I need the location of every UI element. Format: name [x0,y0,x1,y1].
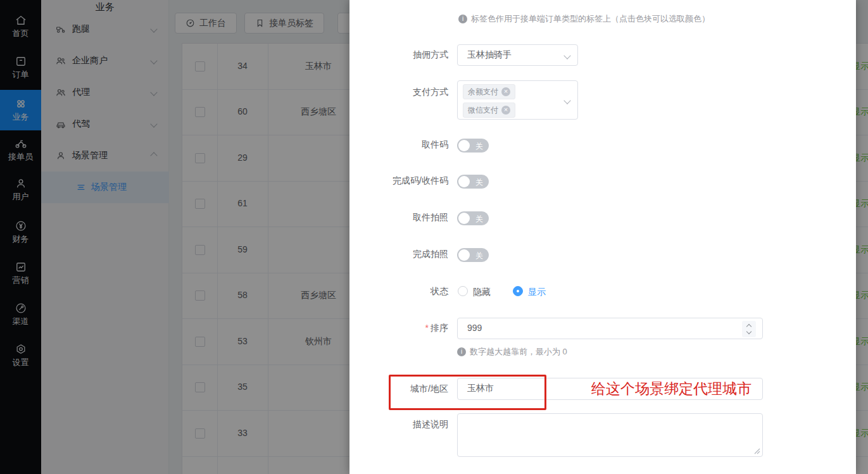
radio-icon [458,286,468,296]
payment-label: 支付方式 [349,87,448,98]
close-icon[interactable]: × [501,106,510,115]
toggle-state-label: 关 [475,214,483,225]
commission-label: 抽佣方式 [349,49,448,61]
complete-photo-label: 完成拍照 [349,249,448,260]
status-label: 状态 [349,286,448,297]
tag-color-note: i 标签色作用于接单端订单类型的标签上（点击色块可以选取颜色） [458,13,710,25]
description-textarea[interactable] [457,413,763,457]
sort-hint-text: 数字越大越靠前，最小为 0 [470,346,567,358]
commission-select-value: 玉林抽骑手 [467,49,512,61]
arrow-down-icon[interactable] [746,329,752,334]
toggle-state-label: 关 [475,251,483,261]
status-radio-hidden[interactable]: 隐藏 [458,286,491,298]
commission-select[interactable]: 玉林抽骑手 [457,44,578,66]
complete-code-label: 完成码/收件码 [349,175,448,187]
city-label: 城市/地区 [349,384,448,395]
info-icon: i [457,347,466,356]
close-icon[interactable]: × [501,87,510,96]
toggle-state-label: 关 [475,177,483,188]
number-stepper [742,321,756,337]
toggle-knob [458,140,470,151]
description-label: 描述说明 [349,419,448,430]
sort-value: 999 [467,323,482,333]
payment-multiselect[interactable]: 余额支付 × 微信支付 × [457,80,578,120]
required-mark: * [425,323,429,333]
city-value: 玉林市 [467,383,494,394]
app-root: 首页 订单 业务 接单员 用户 财务 营销 渠道 [0,0,868,474]
toggle-state-label: 关 [475,141,483,152]
status-radio-visible[interactable]: 显示 [513,286,546,298]
toggle-knob [458,249,470,261]
payment-tag: 余额支付 × [463,84,515,99]
status-option-label: 隐藏 [473,287,491,297]
complete-code-toggle[interactable]: 关 [457,175,489,189]
sort-hint: i 数字越大越靠前，最小为 0 [457,346,567,358]
scene-edit-drawer: i 标签色作用于接单端订单类型的标签上（点击色块可以选取颜色） 抽佣方式 玉林抽… [349,0,856,474]
pickup-code-label: 取件码 [349,139,448,151]
chevron-down-icon [563,52,570,59]
sort-label: *排序 [349,323,448,334]
pickup-code-toggle[interactable]: 关 [457,139,489,153]
radio-selected-icon [513,286,523,296]
payment-tag-label: 微信支付 [468,105,498,116]
payment-tag: 微信支付 × [463,103,515,118]
tag-color-note-text: 标签色作用于接单端订单类型的标签上（点击色块可以选取颜色） [471,13,710,25]
resize-grip-icon[interactable] [754,448,760,454]
complete-photo-toggle[interactable]: 关 [457,248,489,262]
toggle-knob [458,176,470,187]
status-option-label: 显示 [528,287,546,297]
pickup-photo-label: 取件拍照 [349,212,448,223]
info-icon: i [458,15,467,23]
pickup-photo-toggle[interactable]: 关 [457,211,489,225]
sort-number-input[interactable]: 999 [457,318,763,339]
annotation-text: 给这个场景绑定代理城市 [591,379,752,399]
payment-tag-label: 余额支付 [468,87,498,97]
toggle-knob [458,213,470,224]
